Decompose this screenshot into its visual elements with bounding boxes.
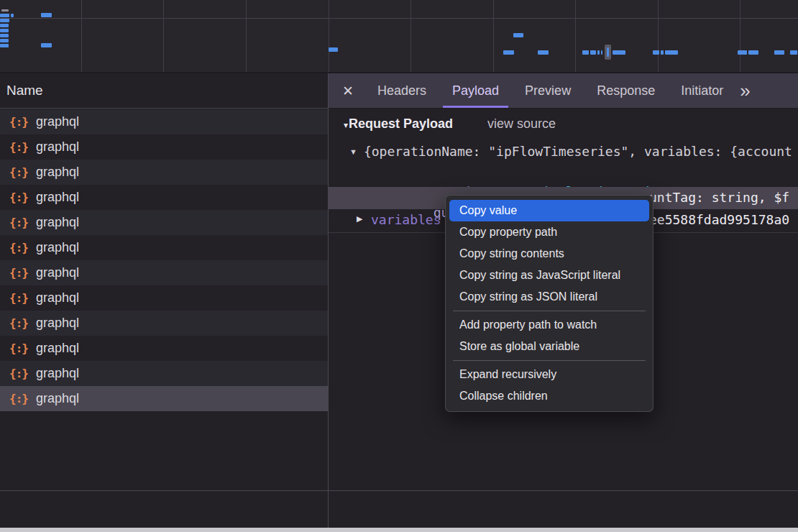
menu-item-copy-value[interactable]: Copy value — [449, 200, 649, 221]
json-braces-icon: {:} — [9, 191, 28, 204]
view-source-link[interactable]: view source — [487, 116, 556, 132]
request-timing-bar — [41, 13, 52, 17]
tab-response[interactable]: Response — [587, 73, 664, 108]
request-name-label: graphql — [36, 240, 79, 255]
section-collapse-triangle-icon[interactable]: ▾ — [344, 120, 348, 130]
menu-item-copy-property-path[interactable]: Copy property path — [446, 221, 653, 243]
requests-list: {:}graphql{:}graphql{:}graphql{:}graphql… — [0, 109, 328, 532]
request-timing-bar — [613, 50, 625, 55]
network-request-row[interactable]: {:}graphql — [0, 134, 328, 160]
timeline-gridline — [0, 18, 798, 19]
collapsed-triangle-icon[interactable]: ▶ — [357, 214, 362, 224]
summary-bar-divider — [0, 490, 798, 491]
request-timing-bar — [0, 39, 9, 42]
timeline-gridline — [329, 0, 329, 72]
payload-root-node[interactable]: ▼ {operationName: "ipFlowTimeseries", va… — [349, 144, 798, 159]
request-timing-bar — [0, 44, 9, 47]
timeline-marker-bar — [607, 47, 609, 57]
details-tab-bar: ✕ HeadersPayloadPreviewResponseInitiator… — [328, 73, 798, 109]
request-timing-bar — [0, 34, 9, 37]
request-timing-bar — [329, 47, 338, 52]
name-column-header[interactable]: Name — [0, 73, 328, 109]
json-braces-icon: {:} — [9, 115, 28, 129]
request-timing-bar — [538, 50, 549, 55]
expanded-triangle-icon[interactable]: ▼ — [349, 147, 357, 156]
timeline-gridline — [246, 0, 247, 72]
request-name-label: graphql — [36, 190, 79, 205]
request-name-label: graphql — [36, 265, 79, 280]
request-timing-bar — [1, 9, 9, 12]
request-name-label: graphql — [36, 341, 79, 356]
tab-payload[interactable]: Payload — [443, 73, 508, 108]
section-title: Request Payload — [349, 116, 453, 132]
timeline-gridline — [81, 0, 82, 72]
request-timing-bar — [0, 29, 9, 32]
request-name-label: graphql — [36, 215, 79, 230]
menu-separator — [453, 311, 646, 311]
json-braces-icon: {:} — [9, 367, 28, 380]
request-timing-bar — [661, 50, 664, 55]
request-timing-bar — [513, 33, 523, 37]
request-timing-bar — [0, 19, 9, 22]
network-request-row[interactable]: {:}graphql — [0, 361, 328, 386]
network-request-row[interactable]: {:}graphql — [0, 210, 328, 235]
json-braces-icon: {:} — [9, 392, 28, 405]
request-timing-bar — [653, 50, 659, 55]
menu-item-copy-string-as-json-literal[interactable]: Copy string as JSON literal — [446, 286, 653, 308]
tab-initiator[interactable]: Initiator — [671, 73, 733, 108]
request-name-label: graphql — [36, 316, 79, 331]
network-request-row[interactable]: {:}graphql — [0, 285, 328, 311]
timeline-gridline — [493, 0, 494, 72]
request-timing-bar — [665, 50, 678, 55]
menu-item-store-as-global-variable[interactable]: Store as global variable — [446, 336, 653, 357]
request-name-label: graphql — [36, 114, 79, 129]
json-braces-icon: {:} — [9, 216, 28, 229]
json-braces-icon: {:} — [9, 291, 28, 305]
requests-panel: Name {:}graphql{:}graphql{:}graphql{:}gr… — [0, 73, 328, 532]
tab-headers[interactable]: Headers — [368, 73, 436, 108]
network-request-row[interactable]: {:}graphql — [0, 386, 328, 411]
details-tabs: HeadersPayloadPreviewResponseInitiator — [368, 73, 733, 108]
network-request-row[interactable]: {:}graphql — [0, 311, 328, 336]
json-key: variables — [371, 212, 441, 227]
request-timing-bar — [597, 50, 600, 55]
network-overview-timeline[interactable] — [0, 0, 798, 73]
network-request-row[interactable]: {:}graphql — [0, 235, 328, 260]
json-braces-icon: {:} — [9, 266, 28, 280]
timeline-gridline — [658, 0, 659, 72]
network-request-row[interactable]: {:}graphql — [0, 109, 328, 134]
network-request-row[interactable]: {:}graphql — [0, 260, 328, 285]
close-icon[interactable]: ✕ — [328, 73, 368, 108]
json-braces-icon: {:} — [9, 165, 28, 179]
menu-item-copy-string-as-javascript-literal[interactable]: Copy string as JavaScript literal — [446, 265, 653, 286]
request-timing-bar — [601, 50, 602, 55]
menu-item-copy-string-contents[interactable]: Copy string contents — [446, 243, 653, 265]
timeline-gridline — [740, 0, 740, 72]
json-string-value-continued: untTag: string, $f — [649, 190, 789, 205]
request-timing-bar — [582, 50, 589, 55]
name-column-label: Name — [6, 83, 43, 98]
menu-item-expand-recursively[interactable]: Expand recursively — [446, 364, 653, 385]
request-payload-section-header[interactable]: ▾ Request Payload view source — [344, 116, 556, 132]
request-timing-bar — [590, 50, 596, 55]
request-name-label: graphql — [36, 391, 79, 406]
more-tabs-icon[interactable]: » — [735, 73, 754, 108]
request-timing-bar — [748, 50, 758, 55]
context-menu: Copy valueCopy property pathCopy string … — [445, 195, 653, 412]
menu-item-add-property-path-to-watch[interactable]: Add property path to watch — [446, 314, 653, 336]
json-braces-icon: {:} — [9, 241, 28, 254]
panel-splitter[interactable] — [328, 73, 329, 528]
request-timing-bar — [790, 50, 797, 55]
tab-preview[interactable]: Preview — [515, 73, 580, 108]
timeline-gridline — [163, 0, 164, 72]
timeline-gridline — [575, 0, 576, 72]
json-value-preview: ee5588fdad995178a0 — [649, 212, 789, 227]
request-timing-bar — [503, 50, 514, 55]
menu-separator — [453, 360, 646, 361]
request-name-label: graphql — [36, 290, 79, 306]
timeline-gridline — [411, 0, 411, 72]
network-request-row[interactable]: {:}graphql — [0, 185, 328, 210]
network-request-row[interactable]: {:}graphql — [0, 160, 328, 185]
network-request-row[interactable]: {:}graphql — [0, 336, 328, 361]
menu-item-collapse-children[interactable]: Collapse children — [446, 385, 653, 407]
